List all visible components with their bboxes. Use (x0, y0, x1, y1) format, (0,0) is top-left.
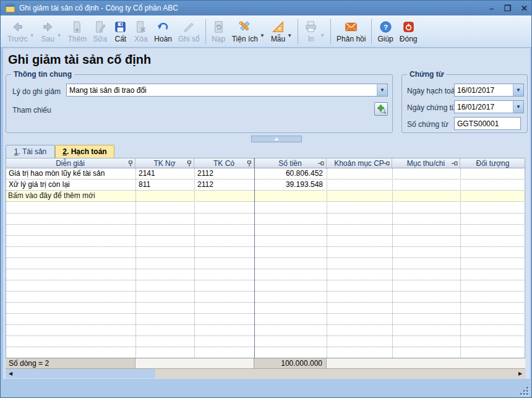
page-title: Ghi giảm tài sản cố định (8, 53, 151, 67)
pin-vertical-icon[interactable] (128, 160, 133, 167)
post-pencil-icon (182, 20, 196, 34)
toolbar-button-them[interactable]: Thêm (65, 19, 90, 44)
splitter-collapse-handle[interactable] (251, 136, 302, 142)
scrollbar-thumb[interactable] (6, 369, 155, 378)
back-icon (11, 20, 25, 34)
chevron-down-icon[interactable]: ▼ (320, 33, 325, 38)
row-count: Số dòng = 2 (6, 358, 135, 369)
reason-input[interactable] (67, 84, 377, 96)
chevron-down-icon[interactable]: ▼ (287, 33, 292, 38)
toolbar-button-dong[interactable]: Đóng (397, 19, 421, 44)
scroll-left-arrow[interactable]: ◀ (6, 369, 15, 378)
general-info-groupbox: Thông tin chung Lý do ghi giảm ▼ Tham ch… (6, 74, 393, 133)
posting-date-picker: ▼ (454, 84, 524, 97)
status-strip (1, 379, 531, 397)
cell-tk-co[interactable]: 2112 (194, 168, 254, 179)
cell-tk-co[interactable]: 2112 (194, 180, 254, 190)
doc-date-dropdown-button[interactable]: ▼ (513, 101, 523, 113)
column-header-tk-co[interactable]: TK Có (194, 158, 254, 168)
cell-so-tien[interactable]: 39.193.548 (254, 180, 327, 190)
chevron-down-icon[interactable]: ▼ (30, 33, 35, 38)
close-button[interactable]: ✕ (521, 4, 528, 12)
tools-icon (238, 20, 252, 34)
delete-document-icon (134, 20, 148, 34)
reason-combobox: ▼ (66, 84, 388, 97)
toolbar-button-truoc[interactable]: Trước ▼ (4, 19, 38, 44)
pin-horizontal-icon[interactable] (451, 161, 458, 167)
power-close-icon (401, 20, 416, 34)
toolbar-button-ghi-so[interactable]: Ghi sổ (175, 19, 203, 44)
doc-no-input[interactable] (455, 118, 520, 129)
cell-dien-giai[interactable]: Giá trị hao mòn lũy kế tài sản (6, 168, 135, 179)
app-window: Ghi giảm tài sản cố định - Công ty Cổ ph… (0, 0, 532, 398)
toolbar-separator (371, 19, 372, 44)
voucher-groupbox: Chứng từ Ngày hạch toán ▼ Ngày chứng từ … (401, 74, 528, 133)
general-info-legend: Thông tin chung (11, 70, 74, 79)
doc-date-input[interactable] (455, 101, 513, 113)
window-title: Ghi giảm tài sản cố định - Công ty Cổ ph… (19, 4, 178, 12)
maximize-button[interactable]: ❐ (504, 4, 511, 12)
pin-horizontal-icon[interactable] (317, 161, 324, 167)
toolbar-button-in[interactable]: In ▼ (301, 19, 328, 44)
column-header-khoan-muc-cp[interactable]: Khoản mục CP (327, 158, 392, 168)
scroll-right-arrow[interactable]: ▶ (515, 369, 525, 378)
cell-dien-giai[interactable]: Xử lý giá trị còn lại (6, 180, 135, 190)
tab-hach-toan[interactable]: 2. Hạch toán (55, 145, 114, 158)
reload-icon (212, 20, 226, 34)
pin-vertical-icon[interactable] (187, 160, 192, 167)
toolbar-button-tien-ich[interactable]: Tiện ích ▼ (229, 19, 268, 44)
column-header-tk-no[interactable]: TK Nợ (135, 158, 194, 168)
grid-footer: Số dòng = 2 100.000.000 (6, 358, 525, 368)
help-icon: ? (379, 20, 393, 34)
doc-no-field (454, 117, 521, 130)
content-area: Ghi giảm tài sản cố định Thông tin chung… (3, 48, 530, 380)
cell-so-tien[interactable]: 60.806.452 (254, 168, 327, 179)
column-header-dien-giai[interactable]: Diễn giải (6, 158, 135, 168)
toolbar-button-xoa[interactable]: Xóa (131, 19, 151, 44)
toolbar-button-sau[interactable]: Sau ▼ (38, 19, 65, 44)
toolbar-button-nap[interactable]: Nạp (208, 19, 229, 44)
feedback-envelope-icon (344, 20, 358, 34)
minimize-button[interactable]: – (489, 4, 494, 12)
posting-date-dropdown-button[interactable]: ▼ (513, 84, 523, 96)
toolbar-button-hoan[interactable]: Hoàn (151, 19, 175, 44)
titlebar: Ghi giảm tài sản cố định - Công ty Cổ ph… (1, 1, 532, 15)
add-search-icon (376, 104, 386, 114)
pin-horizontal-icon[interactable] (383, 161, 390, 167)
toolbar-button-sua[interactable]: Sửa (90, 19, 110, 44)
column-header-doi-tuong[interactable]: Đối tượng (460, 158, 525, 168)
toolbar-button-phan-hoi[interactable]: Phản hồi (333, 19, 369, 44)
doc-date-label: Ngày chứng từ (407, 103, 457, 112)
reason-dropdown-button[interactable]: ▼ (377, 84, 387, 96)
posting-date-input[interactable] (455, 84, 513, 96)
toolbar-separator (205, 19, 206, 44)
voucher-legend: Chứng từ (407, 70, 446, 79)
chevron-down-icon[interactable]: ▼ (57, 33, 62, 38)
grid-body: Giá trị hao mòn lũy kế tài sản 2141 2112… (6, 168, 525, 358)
toolbar: Trước ▼ Sau ▼ Thêm Sửa Cất (1, 15, 532, 48)
cell-tk-no[interactable]: 811 (135, 180, 194, 190)
grid-header: Diễn giải TK Nợ TK Có Số tiền Khoản mục … (6, 158, 525, 168)
column-header-muc-thu-chi[interactable]: Mục thu/chi (392, 158, 460, 168)
add-document-icon (70, 20, 84, 34)
pin-vertical-icon[interactable] (247, 160, 252, 167)
add-new-row[interactable]: Bấm vào đây để thêm mới (6, 191, 525, 202)
table-row: Xử lý giá trị còn lại 811 2112 39.193.54… (6, 180, 525, 191)
app-icon (6, 4, 15, 12)
tab-tai-san[interactable]: 1. Tài sản (6, 145, 55, 158)
toolbar-button-mau[interactable]: Mẫu ▼ (268, 19, 295, 44)
reason-label: Lý do ghi giảm (12, 87, 61, 96)
posting-date-label: Ngày hạch toán (407, 87, 459, 95)
reference-add-button[interactable] (374, 102, 388, 116)
resize-grip[interactable] (520, 386, 528, 395)
cell-tk-no[interactable]: 2141 (135, 168, 194, 179)
svg-text:?: ? (384, 24, 388, 31)
total-amount: 100.000.000 (254, 358, 327, 369)
toolbar-button-giup[interactable]: ? Giúp (374, 19, 396, 44)
column-header-so-tien[interactable]: Số tiền (254, 158, 327, 168)
toolbar-button-cat[interactable]: Cất (110, 19, 131, 44)
doc-date-picker: ▼ (454, 100, 524, 113)
chevron-down-icon[interactable]: ▼ (260, 33, 265, 38)
doc-no-label: Số chứng từ (407, 120, 448, 129)
horizontal-scrollbar[interactable]: ◀ ▶ (6, 369, 525, 378)
